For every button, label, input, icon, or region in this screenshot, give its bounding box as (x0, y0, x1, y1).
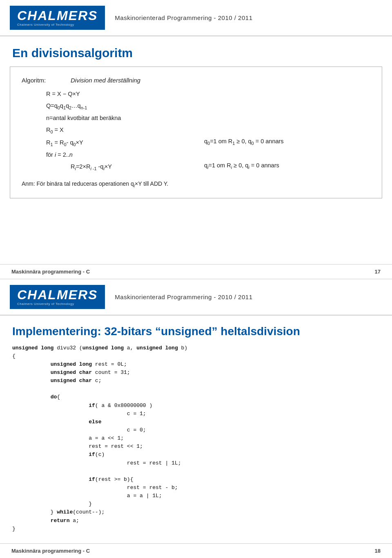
page1-logo-box: CHALMERS Chalmers University of Technolo… (10, 6, 105, 30)
page2-footer: Maskinnära programmering - C 18 (0, 543, 392, 558)
algo-right-1 (204, 88, 370, 100)
code-line-21: } while(count--); (12, 508, 380, 516)
page2-logo-text: CHALMERS (17, 288, 98, 301)
page-2: CHALMERS Chalmers University of Technolo… (0, 279, 392, 558)
algo-box: Algoritm: Division med återställning R =… (10, 67, 382, 198)
page1-footer: Maskinnära programmering - C 17 (0, 264, 392, 279)
algo-right-3 (204, 112, 370, 124)
algo-left-col: R = X − Q×Y Q=q0q1q2…qn-1 n=antal kvotbi… (22, 88, 196, 174)
code-line-8: if( a & 0x80000000 ) (12, 402, 380, 410)
code-line-2: { (12, 352, 380, 360)
algo-line-4: R0 = X (22, 124, 196, 137)
code-line-15: rest = rest | 1L; (12, 459, 380, 467)
page2-title: Implementering: 32-bitars “unsigned” hel… (0, 316, 392, 344)
code-line-18: rest = rest - b; (12, 484, 380, 492)
code-line-16 (12, 467, 380, 476)
code-line-7: do{ (12, 393, 380, 401)
algo-subtitle: Division med återställning (71, 75, 140, 86)
page1-title: En divisionsalgoritm (0, 36, 392, 67)
code-block: unsigned long divu32 (unsigned long a, u… (0, 344, 392, 537)
code-line-5: unsigned char c; (12, 377, 380, 385)
page2-logo-sub: Chalmers University of Technology (17, 302, 74, 306)
code-line-1: unsigned long divu32 (unsigned long a, u… (12, 344, 380, 352)
code-line-17: if(rest >= b){ (12, 476, 380, 484)
page2-footer-left: Maskinnära programmering - C (11, 548, 90, 554)
algo-line-1: R = X − Q×Y (22, 88, 196, 100)
algo-line-3: n=antal kvotbitar att beräkna (22, 112, 196, 124)
algo-label: Algoritm: (22, 75, 58, 86)
algo-right-2 (204, 100, 370, 112)
algo-right-col: q0=1 om R1 ≥ 0, q0 = 0 annars qi=1 om Ri… (196, 88, 370, 174)
code-line-3: unsigned long rest = 0L; (12, 360, 380, 369)
page-1: CHALMERS Chalmers University of Technolo… (0, 0, 392, 279)
page2-header-title: Maskinorienterad Programmering - 2010 / … (115, 293, 252, 300)
algo-right-6 (204, 148, 370, 160)
algo-right-5: q0=1 om R1 ≥ 0, q0 = 0 annars (204, 136, 370, 148)
code-line-9: c = 1; (12, 410, 380, 418)
code-line-4: unsigned char count = 31; (12, 369, 380, 377)
algo-line-7: Ri=2×Ri -1 -qi×Y (22, 161, 196, 173)
page1-logo-text: CHALMERS (17, 9, 98, 22)
page1-header-title: Maskinorienterad Programmering - 2010 / … (115, 14, 252, 21)
algo-line-2: Q=q0q1q2…qn-1 (22, 100, 196, 113)
algo-right-4 (204, 124, 370, 136)
page1-footer-left: Maskinnära programmering - C (11, 269, 90, 275)
algo-right-7: qi=1 om Ri ≥ 0, qi = 0 annars (204, 160, 370, 172)
code-line-22: return a; (12, 517, 380, 525)
code-line-6 (12, 385, 380, 393)
code-line-20: } (12, 500, 380, 508)
page2-logo-box: CHALMERS Chalmers University of Technolo… (10, 285, 105, 309)
algo-line-5: R1 = R0- q0×Y (22, 137, 196, 149)
page1-footer-right: 17 (375, 269, 381, 275)
algo-line-6: för i = 2..n (22, 149, 196, 161)
page2-footer-right: 18 (375, 548, 381, 554)
code-line-12: a = a << 1; (12, 434, 380, 442)
code-line-23: } (12, 525, 380, 533)
code-line-11: c = 0; (12, 426, 380, 434)
algo-anm: Anm: För binära tal reduceras operatione… (22, 179, 370, 190)
code-line-14: if(c) (12, 451, 380, 459)
page1-logo-sub: Chalmers University of Technology (17, 23, 74, 27)
code-line-10: else (12, 418, 380, 426)
page1-header: CHALMERS Chalmers University of Technolo… (0, 0, 392, 36)
code-line-13: rest = rest << 1; (12, 442, 380, 451)
page2-header: CHALMERS Chalmers University of Technolo… (0, 279, 392, 316)
code-line-19: a = a | 1L; (12, 492, 380, 500)
